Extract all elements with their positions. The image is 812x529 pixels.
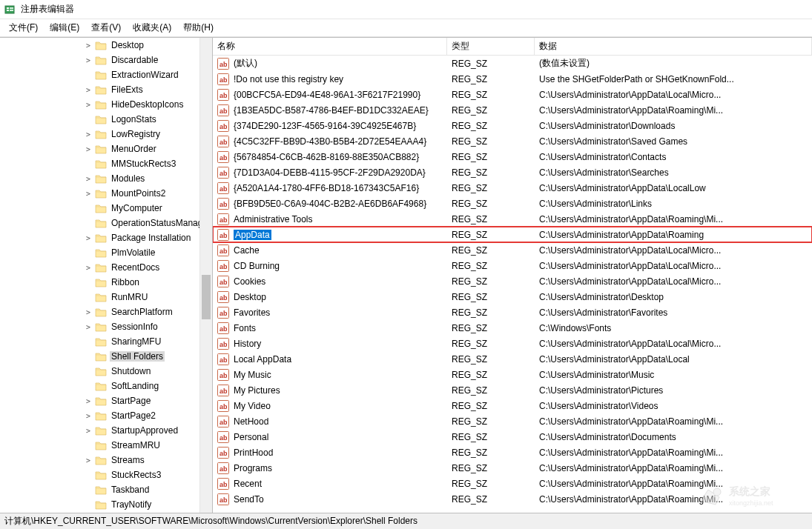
menubar: 文件(F) 编辑(E) 查看(V) 收藏夹(A) 帮助(H) <box>0 19 812 37</box>
tree-item[interactable]: >Package Installation <box>0 230 212 245</box>
tree-item[interactable]: MMStuckRects3 <box>0 156 212 171</box>
tree-item[interactable]: Shell Folders <box>0 349 212 364</box>
folder-icon <box>95 351 107 362</box>
list-row[interactable]: FavoritesREG_SZC:\Users\Administrator\Fa… <box>213 305 812 320</box>
tree-item[interactable]: >RecentDocs <box>0 260 212 275</box>
list-row[interactable]: My PicturesREG_SZC:\Users\Administrator\… <box>213 382 812 398</box>
col-header-type[interactable]: 类型 <box>447 38 535 55</box>
menu-edit[interactable]: 编辑(E) <box>44 20 85 36</box>
tree-item[interactable]: >MountPoints2 <box>0 186 212 201</box>
list-row[interactable]: Administrative ToolsREG_SZC:\Users\Admin… <box>213 211 812 227</box>
tree-item[interactable]: ExtractionWizard <box>0 67 212 82</box>
tree-item[interactable]: >SessionInfo <box>0 319 212 334</box>
list-row[interactable]: {374DE290-123F-4565-9164-39C4925E467B}RE… <box>213 118 812 133</box>
tree-item[interactable]: RunMRU <box>0 290 212 305</box>
list-row[interactable]: {00BCFC5A-ED94-4E48-96A1-3F6217F21990}RE… <box>213 87 812 102</box>
tree-item[interactable]: OperationStatusManager <box>0 216 212 230</box>
expander-icon[interactable]: > <box>83 41 93 50</box>
tree-item[interactable]: >Desktop <box>0 38 212 53</box>
tree-item[interactable]: >StartPage <box>0 393 212 408</box>
tree-item[interactable]: SharingMFU <box>0 334 212 349</box>
expander-icon[interactable]: > <box>83 308 93 316</box>
value-name: Cookies <box>234 276 265 287</box>
col-header-name[interactable]: 名称 <box>213 38 447 55</box>
tree-item[interactable]: >FileExts <box>0 82 212 97</box>
list-row[interactable]: {56784854-C6CB-462B-8169-88E350ACB882}RE… <box>213 149 812 164</box>
tree-item[interactable]: Taskband <box>0 482 212 497</box>
tree-item[interactable]: >Discardable <box>0 53 212 67</box>
value-name: NetHood <box>234 416 268 427</box>
col-header-data[interactable]: 数据 <box>535 38 812 55</box>
list-row[interactable]: (默认)REG_SZ(数值未设置) <box>213 56 812 71</box>
tree-item[interactable]: StuckRects3 <box>0 468 212 482</box>
menu-file[interactable]: 文件(F) <box>3 20 44 36</box>
expander-icon[interactable]: > <box>83 234 93 242</box>
tree-item[interactable]: >SearchPlatform <box>0 305 212 319</box>
expander-icon[interactable]: > <box>83 145 93 153</box>
list-row[interactable]: CD BurningREG_SZC:\Users\Administrator\A… <box>213 258 812 273</box>
list-row[interactable]: AppDataREG_SZC:\Users\Administrator\AppD… <box>213 227 812 242</box>
list-row[interactable]: {7D1D3A04-DEBB-4115-95CF-2F29DA2920DA}RE… <box>213 164 812 180</box>
value-data: C:\Users\Administrator\Documents <box>535 432 812 442</box>
list-panel[interactable]: 名称 类型 数据 (默认)REG_SZ(数值未设置)!Do not use th… <box>213 38 812 513</box>
list-row[interactable]: !Do not use this registry keyREG_SZUse t… <box>213 71 812 87</box>
tree-item[interactable]: >Streams <box>0 453 212 468</box>
list-row[interactable]: CookiesREG_SZC:\Users\Administrator\AppD… <box>213 273 812 289</box>
list-row[interactable]: My MusicREG_SZC:\Users\Administrator\Mus… <box>213 367 812 382</box>
expander-icon[interactable]: > <box>83 397 93 405</box>
tree-item[interactable]: >LowRegistry <box>0 127 212 142</box>
tree-item[interactable]: >HideDesktopIcons <box>0 97 212 112</box>
list-row[interactable]: My VideoREG_SZC:\Users\Administrator\Vid… <box>213 398 812 413</box>
tree-item[interactable]: Shutdown <box>0 364 212 379</box>
tree-item[interactable]: StreamMRU <box>0 438 212 453</box>
tree-item[interactable]: MyComputer <box>0 201 212 216</box>
menu-favorites[interactable]: 收藏夹(A) <box>127 20 177 36</box>
list-row[interactable]: NetHoodREG_SZC:\Users\Administrator\AppD… <box>213 413 812 429</box>
tree-scrollbar-thumb[interactable] <box>202 275 211 319</box>
app-icon <box>4 4 16 16</box>
list-row[interactable]: DesktopREG_SZC:\Users\Administrator\Desk… <box>213 289 812 305</box>
expander-icon[interactable]: > <box>83 130 93 139</box>
list-row[interactable]: {1B3EA5DC-B587-4786-B4EF-BD1DC332AEAE}RE… <box>213 102 812 118</box>
expander-icon[interactable]: > <box>83 456 93 465</box>
list-row[interactable]: CacheREG_SZC:\Users\Administrator\AppDat… <box>213 242 812 258</box>
value-type: REG_SZ <box>447 59 535 69</box>
expander-icon[interactable]: > <box>83 175 93 183</box>
tree-scrollbar[interactable] <box>199 38 212 513</box>
tree-item[interactable]: >Modules <box>0 171 212 186</box>
list-row[interactable]: HistoryREG_SZC:\Users\Administrator\AppD… <box>213 336 812 351</box>
list-row[interactable]: SendToREG_SZC:\Users\Administrator\AppDa… <box>213 491 812 507</box>
expander-icon[interactable]: > <box>83 190 93 198</box>
tree-panel[interactable]: >Desktop>DiscardableExtractionWizard>Fil… <box>0 38 213 513</box>
value-name: Cache <box>234 245 260 256</box>
expander-icon[interactable]: > <box>83 56 93 64</box>
tree-item[interactable]: TrayNotify <box>0 497 212 512</box>
expander-icon[interactable]: > <box>83 264 93 272</box>
list-row[interactable]: PrintHoodREG_SZC:\Users\Administrator\Ap… <box>213 445 812 460</box>
tree-item[interactable]: >StartPage2 <box>0 408 212 423</box>
tree-item[interactable]: Ribbon <box>0 275 212 290</box>
expander-icon[interactable]: > <box>83 86 93 94</box>
value-name: {00BCFC5A-ED94-4E48-96A1-3F6217F21990} <box>234 90 420 100</box>
list-row[interactable]: ProgramsREG_SZC:\Users\Administrator\App… <box>213 460 812 476</box>
folder-icon <box>95 277 107 287</box>
value-name: {1B3EA5DC-B587-4786-B4EF-BD1DC332AEAE} <box>234 105 429 116</box>
tree-item[interactable]: >MenuOrder <box>0 142 212 156</box>
list-row[interactable]: FontsREG_SZC:\Windows\Fonts <box>213 320 812 336</box>
list-row[interactable]: RecentREG_SZC:\Users\Administrator\AppDa… <box>213 476 812 491</box>
expander-icon[interactable]: > <box>83 412 93 420</box>
tree-item[interactable]: PlmVolatile <box>0 245 212 260</box>
list-row[interactable]: {BFB9D5E0-C6A9-404C-B2B2-AE6DB6AF4968}RE… <box>213 196 812 211</box>
tree-item[interactable]: >StartupApproved <box>0 423 212 438</box>
expander-icon[interactable]: > <box>83 101 93 109</box>
expander-icon[interactable]: > <box>83 427 93 435</box>
list-row[interactable]: Local AppDataREG_SZC:\Users\Administrato… <box>213 351 812 367</box>
tree-item[interactable]: SoftLanding <box>0 379 212 393</box>
tree-item[interactable]: LogonStats <box>0 112 212 127</box>
menu-help[interactable]: 帮助(H) <box>177 20 219 36</box>
expander-icon[interactable]: > <box>83 323 93 331</box>
menu-view[interactable]: 查看(V) <box>85 20 127 36</box>
list-row[interactable]: PersonalREG_SZC:\Users\Administrator\Doc… <box>213 429 812 445</box>
list-row[interactable]: {4C5C32FF-BB9D-43B0-B5B4-2D72E54EAAA4}RE… <box>213 133 812 149</box>
list-row[interactable]: {A520A1A4-1780-4FF6-BD18-167343C5AF16}RE… <box>213 180 812 196</box>
